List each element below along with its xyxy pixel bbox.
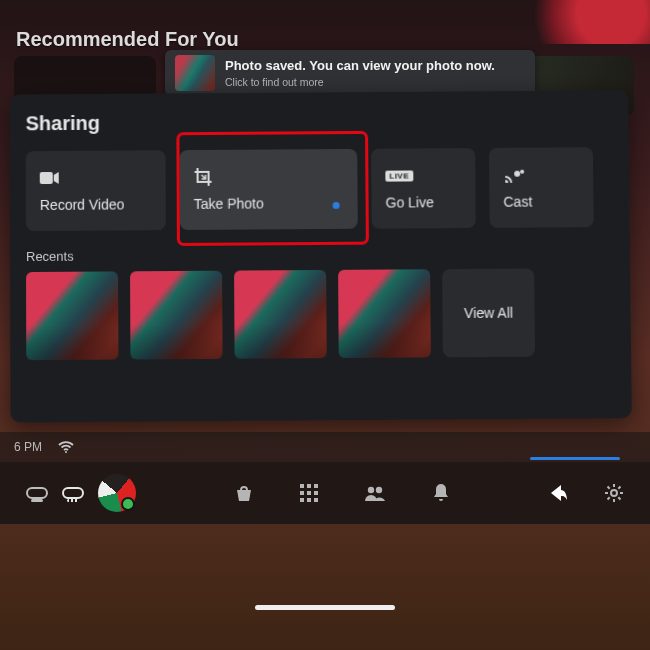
photo-saved-toast[interactable]: Photo saved. You can view your photo now… [165, 50, 535, 96]
svg-rect-9 [314, 491, 318, 495]
recents-row: View All [26, 268, 615, 360]
recent-thumbnail[interactable] [338, 269, 431, 358]
clock-label: 6 PM [14, 440, 42, 454]
recents-heading: Recents [26, 245, 614, 264]
svg-rect-10 [300, 498, 304, 502]
home-indicator[interactable] [255, 605, 395, 610]
svg-point-13 [368, 487, 374, 493]
sharing-panel: Sharing Record Video Take Photo LIVE Go … [10, 90, 632, 422]
svg-rect-6 [314, 484, 318, 488]
panel-title: Sharing [26, 108, 613, 135]
svg-point-3 [65, 451, 67, 453]
camcorder-icon [40, 168, 152, 187]
shop-icon[interactable] [234, 484, 254, 502]
cast-icon [503, 165, 579, 183]
toast-title: Photo saved. You can view your photo now… [225, 58, 495, 74]
svg-point-1 [514, 171, 520, 177]
toast-text: Photo saved. You can view your photo now… [225, 58, 495, 88]
view-all-label: View All [464, 305, 513, 321]
share-icon[interactable] [548, 483, 568, 503]
recommended-heading: Recommended For You [16, 28, 239, 51]
bell-icon[interactable] [432, 483, 450, 503]
bg-accent [520, 0, 650, 44]
active-tab-indicator [530, 457, 620, 460]
take-photo-button[interactable]: Take Photo [179, 149, 357, 230]
headset-settings-icon[interactable] [62, 487, 84, 499]
go-live-label: Go Live [386, 194, 462, 211]
view-all-button[interactable]: View All [442, 269, 535, 358]
svg-rect-8 [307, 491, 311, 495]
status-bar: 6 PM [0, 432, 650, 462]
headset-icon[interactable] [26, 487, 48, 499]
sharing-actions-row: Record Video Take Photo LIVE Go Live [26, 147, 614, 231]
avatar[interactable] [98, 474, 136, 512]
recent-thumbnail[interactable] [130, 271, 223, 360]
svg-rect-11 [307, 498, 311, 502]
svg-rect-12 [314, 498, 318, 502]
gear-icon[interactable] [604, 483, 624, 503]
svg-rect-7 [300, 491, 304, 495]
record-video-button[interactable]: Record Video [26, 150, 166, 231]
svg-rect-0 [40, 172, 53, 184]
toast-subtitle: Click to find out more [225, 76, 495, 88]
photo-crop-icon [194, 167, 344, 186]
toast-thumbnail [175, 55, 215, 91]
recent-thumbnail[interactable] [234, 270, 327, 359]
cast-button[interactable]: Cast [489, 147, 594, 228]
record-video-label: Record Video [40, 196, 152, 213]
live-badge-icon: LIVE [385, 166, 461, 184]
svg-point-2 [520, 170, 524, 174]
recent-thumbnail[interactable] [26, 271, 118, 360]
svg-point-15 [611, 490, 617, 496]
go-live-button[interactable]: LIVE Go Live [371, 148, 476, 229]
people-icon[interactable] [364, 485, 386, 501]
system-dock [0, 462, 650, 524]
apps-grid-icon[interactable] [300, 484, 318, 502]
svg-rect-4 [300, 484, 304, 488]
svg-rect-5 [307, 484, 311, 488]
wifi-icon [58, 441, 74, 453]
svg-point-14 [376, 487, 382, 493]
cast-label: Cast [503, 193, 579, 210]
take-photo-label: Take Photo [194, 195, 344, 212]
notification-dot [333, 202, 340, 209]
